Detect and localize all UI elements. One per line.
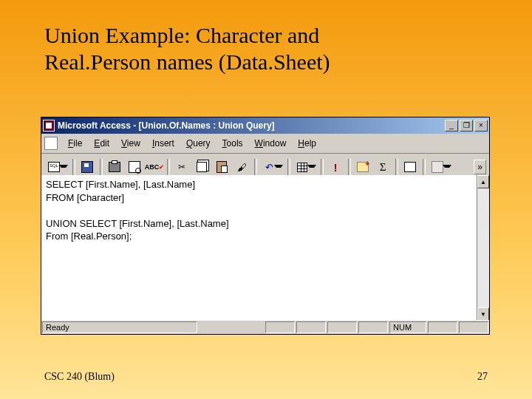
- undo-icon: ↶: [265, 162, 273, 173]
- sql-line: From [Real.Person];: [46, 230, 485, 243]
- print-icon: [109, 162, 120, 172]
- separator: [287, 159, 290, 175]
- run-button[interactable]: !: [326, 158, 345, 176]
- status-cell: [265, 321, 295, 333]
- undo-button[interactable]: ↶: [259, 158, 279, 176]
- copy-icon: [197, 162, 207, 172]
- menu-file-rest: ile: [73, 138, 82, 149]
- separator: [348, 159, 351, 175]
- sql-line: UNION SELECT [First.Name], [Last.Name]: [46, 217, 485, 231]
- slide-title: Union Example: Character and Real.Person…: [0, 0, 532, 75]
- status-ready: Ready: [42, 321, 197, 333]
- scroll-track[interactable]: [477, 188, 489, 307]
- menu-file[interactable]: File: [62, 137, 88, 150]
- menu-view[interactable]: View: [115, 137, 146, 150]
- cut-button[interactable]: ✂: [172, 158, 191, 176]
- chevron-down-icon: [59, 165, 68, 171]
- chevron-down-icon: [274, 165, 283, 171]
- top-values-button[interactable]: [400, 158, 420, 176]
- sigma-icon: Σ: [380, 161, 386, 174]
- window-controls: _ ❐ ×: [445, 120, 488, 132]
- brush-icon: 🖌: [237, 162, 247, 173]
- statusbar: Ready NUM: [41, 320, 489, 334]
- preview-button[interactable]: [125, 158, 144, 176]
- chevron-down-icon: [443, 165, 451, 171]
- slide-number: 27: [477, 371, 488, 383]
- separator: [72, 159, 75, 175]
- menu-edit[interactable]: Edit: [88, 137, 115, 150]
- separator: [423, 159, 426, 175]
- titlebar[interactable]: Microsoft Access - [Union.Of.Names : Uni…: [41, 117, 489, 134]
- vertical-scrollbar[interactable]: ▲ ▼: [477, 175, 489, 321]
- grid-icon: [297, 163, 307, 172]
- scroll-up-button[interactable]: ▲: [477, 175, 489, 188]
- sql-view-icon: [48, 162, 60, 172]
- preview-icon: [129, 161, 140, 173]
- save-button[interactable]: [78, 158, 97, 176]
- db-window-button[interactable]: [428, 158, 447, 176]
- totals-button[interactable]: Σ: [373, 158, 392, 176]
- restore-button[interactable]: ❐: [460, 120, 473, 132]
- access-window: Microsoft Access - [Union.Of.Names : Uni…: [41, 117, 490, 335]
- save-icon: [81, 161, 93, 173]
- status-cell: [358, 321, 388, 333]
- run-icon: !: [334, 161, 338, 174]
- print-button[interactable]: [105, 158, 124, 176]
- menu-help[interactable]: Help: [292, 137, 322, 150]
- menu-query[interactable]: Query: [180, 137, 216, 150]
- title-line1: Union Example: Character and: [44, 23, 319, 47]
- top-values-icon: [404, 162, 416, 172]
- minimize-button[interactable]: _: [445, 120, 458, 132]
- query-type-button[interactable]: [293, 158, 312, 176]
- title-line2: Real.Person names (Data.Sheet): [44, 50, 330, 74]
- window-title: Microsoft Access - [Union.Of.Names : Uni…: [58, 120, 445, 131]
- toolbar-overflow[interactable]: »: [474, 160, 486, 174]
- show-table-icon: [357, 162, 369, 172]
- scroll-down-button[interactable]: ▼: [477, 307, 489, 321]
- status-cell: [459, 321, 488, 333]
- sql-editor[interactable]: SELECT [First.Name], [Last.Name] FROM [C…: [41, 175, 489, 321]
- paste-icon: [216, 161, 227, 173]
- cut-icon: ✂: [178, 162, 185, 172]
- status-cell: [327, 321, 357, 333]
- sql-blank: [46, 204, 485, 217]
- menu-tools[interactable]: Tools: [216, 137, 249, 150]
- db-icon: [432, 161, 443, 173]
- doc-icon[interactable]: [44, 137, 58, 150]
- format-painter-button[interactable]: 🖌: [232, 158, 251, 176]
- separator: [321, 159, 324, 175]
- paste-button[interactable]: [212, 158, 231, 176]
- spelling-icon: ABC: [145, 163, 165, 171]
- slide: Union Example: Character and Real.Person…: [0, 0, 532, 399]
- chevron-down-icon: [307, 165, 316, 171]
- menubar: File Edit View Insert Query Tools Window…: [41, 134, 489, 154]
- sql-line: FROM [Character]: [46, 191, 485, 205]
- spelling-button[interactable]: ABC: [145, 158, 164, 176]
- status-cell: [296, 321, 326, 333]
- show-table-button[interactable]: [353, 158, 372, 176]
- app-icon: [43, 120, 55, 132]
- sql-line: SELECT [First.Name], [Last.Name]: [46, 178, 485, 191]
- status-numlock: NUM: [389, 321, 426, 333]
- menu-insert[interactable]: Insert: [146, 137, 180, 150]
- copy-button[interactable]: [192, 158, 211, 176]
- menu-window[interactable]: Window: [249, 137, 293, 150]
- view-button[interactable]: [44, 158, 64, 176]
- separator: [167, 159, 170, 175]
- separator: [100, 159, 103, 175]
- close-button[interactable]: ×: [474, 120, 488, 132]
- separator: [254, 159, 257, 175]
- separator: [395, 159, 398, 175]
- slide-footer-left: CSC 240 (Blum): [44, 371, 115, 383]
- status-cell: [428, 321, 457, 333]
